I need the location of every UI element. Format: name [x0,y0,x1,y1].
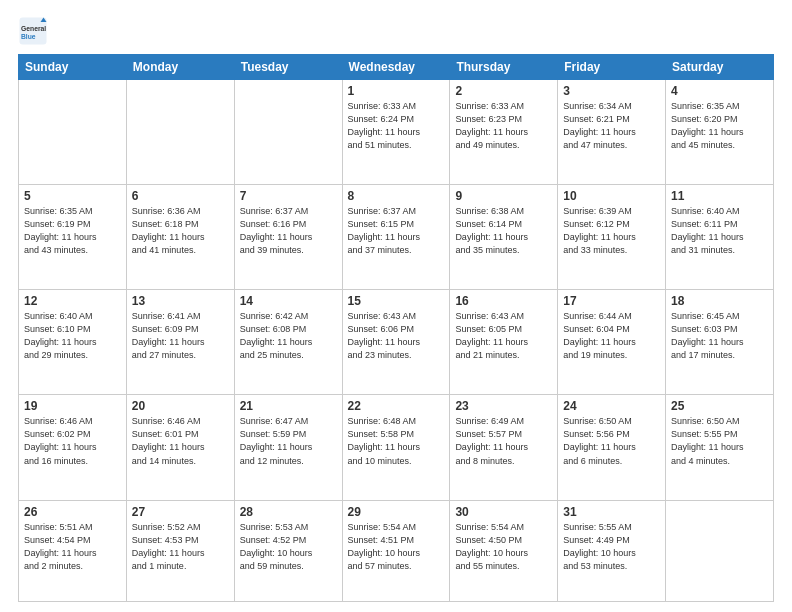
calendar-cell: 15Sunrise: 6:43 AM Sunset: 6:06 PM Dayli… [342,290,450,395]
day-number: 30 [455,505,552,519]
day-number: 22 [348,399,445,413]
day-info: Sunrise: 6:37 AM Sunset: 6:16 PM Dayligh… [240,205,337,257]
day-info: Sunrise: 6:42 AM Sunset: 6:08 PM Dayligh… [240,310,337,362]
day-info: Sunrise: 6:49 AM Sunset: 5:57 PM Dayligh… [455,415,552,467]
day-info: Sunrise: 5:55 AM Sunset: 4:49 PM Dayligh… [563,521,660,573]
calendar-cell: 22Sunrise: 6:48 AM Sunset: 5:58 PM Dayli… [342,395,450,500]
calendar-cell: 20Sunrise: 6:46 AM Sunset: 6:01 PM Dayli… [126,395,234,500]
day-number: 20 [132,399,229,413]
day-number: 10 [563,189,660,203]
day-number: 16 [455,294,552,308]
weekday-header-friday: Friday [558,55,666,80]
header: General Blue [18,16,774,46]
day-number: 2 [455,84,552,98]
calendar-cell: 21Sunrise: 6:47 AM Sunset: 5:59 PM Dayli… [234,395,342,500]
day-info: Sunrise: 6:38 AM Sunset: 6:14 PM Dayligh… [455,205,552,257]
calendar-cell: 1Sunrise: 6:33 AM Sunset: 6:24 PM Daylig… [342,80,450,185]
calendar-cell: 9Sunrise: 6:38 AM Sunset: 6:14 PM Daylig… [450,185,558,290]
calendar-table: SundayMondayTuesdayWednesdayThursdayFrid… [18,54,774,602]
calendar-cell: 24Sunrise: 6:50 AM Sunset: 5:56 PM Dayli… [558,395,666,500]
calendar-week-3: 19Sunrise: 6:46 AM Sunset: 6:02 PM Dayli… [19,395,774,500]
weekday-header-thursday: Thursday [450,55,558,80]
calendar-week-1: 5Sunrise: 6:35 AM Sunset: 6:19 PM Daylig… [19,185,774,290]
day-info: Sunrise: 6:37 AM Sunset: 6:15 PM Dayligh… [348,205,445,257]
day-info: Sunrise: 5:53 AM Sunset: 4:52 PM Dayligh… [240,521,337,573]
day-info: Sunrise: 6:39 AM Sunset: 6:12 PM Dayligh… [563,205,660,257]
calendar-cell: 17Sunrise: 6:44 AM Sunset: 6:04 PM Dayli… [558,290,666,395]
calendar-cell: 10Sunrise: 6:39 AM Sunset: 6:12 PM Dayli… [558,185,666,290]
calendar-week-2: 12Sunrise: 6:40 AM Sunset: 6:10 PM Dayli… [19,290,774,395]
day-number: 1 [348,84,445,98]
day-number: 6 [132,189,229,203]
calendar-cell: 27Sunrise: 5:52 AM Sunset: 4:53 PM Dayli… [126,500,234,602]
logo-icon: General Blue [18,16,48,46]
day-number: 4 [671,84,768,98]
day-number: 13 [132,294,229,308]
day-info: Sunrise: 6:46 AM Sunset: 6:01 PM Dayligh… [132,415,229,467]
day-info: Sunrise: 6:44 AM Sunset: 6:04 PM Dayligh… [563,310,660,362]
weekday-header-tuesday: Tuesday [234,55,342,80]
day-info: Sunrise: 6:45 AM Sunset: 6:03 PM Dayligh… [671,310,768,362]
svg-text:Blue: Blue [21,33,36,40]
calendar-cell: 5Sunrise: 6:35 AM Sunset: 6:19 PM Daylig… [19,185,127,290]
day-number: 21 [240,399,337,413]
weekday-header-row: SundayMondayTuesdayWednesdayThursdayFrid… [19,55,774,80]
calendar-cell: 28Sunrise: 5:53 AM Sunset: 4:52 PM Dayli… [234,500,342,602]
calendar-cell: 3Sunrise: 6:34 AM Sunset: 6:21 PM Daylig… [558,80,666,185]
calendar-cell: 19Sunrise: 6:46 AM Sunset: 6:02 PM Dayli… [19,395,127,500]
calendar-cell [234,80,342,185]
day-number: 5 [24,189,121,203]
calendar-cell: 31Sunrise: 5:55 AM Sunset: 4:49 PM Dayli… [558,500,666,602]
day-number: 18 [671,294,768,308]
calendar-cell: 30Sunrise: 5:54 AM Sunset: 4:50 PM Dayli… [450,500,558,602]
calendar-cell: 26Sunrise: 5:51 AM Sunset: 4:54 PM Dayli… [19,500,127,602]
day-info: Sunrise: 6:40 AM Sunset: 6:10 PM Dayligh… [24,310,121,362]
calendar-cell: 4Sunrise: 6:35 AM Sunset: 6:20 PM Daylig… [666,80,774,185]
day-info: Sunrise: 5:54 AM Sunset: 4:51 PM Dayligh… [348,521,445,573]
calendar-cell: 14Sunrise: 6:42 AM Sunset: 6:08 PM Dayli… [234,290,342,395]
day-info: Sunrise: 6:40 AM Sunset: 6:11 PM Dayligh… [671,205,768,257]
weekday-header-sunday: Sunday [19,55,127,80]
day-number: 24 [563,399,660,413]
page: General Blue SundayMondayTuesdayWednesda… [0,0,792,612]
day-number: 11 [671,189,768,203]
calendar-week-4: 26Sunrise: 5:51 AM Sunset: 4:54 PM Dayli… [19,500,774,602]
day-number: 25 [671,399,768,413]
calendar-cell: 6Sunrise: 6:36 AM Sunset: 6:18 PM Daylig… [126,185,234,290]
day-info: Sunrise: 6:34 AM Sunset: 6:21 PM Dayligh… [563,100,660,152]
calendar-cell: 13Sunrise: 6:41 AM Sunset: 6:09 PM Dayli… [126,290,234,395]
day-number: 19 [24,399,121,413]
day-info: Sunrise: 6:43 AM Sunset: 6:06 PM Dayligh… [348,310,445,362]
calendar-cell: 16Sunrise: 6:43 AM Sunset: 6:05 PM Dayli… [450,290,558,395]
svg-text:General: General [21,25,46,32]
day-number: 3 [563,84,660,98]
calendar-cell: 2Sunrise: 6:33 AM Sunset: 6:23 PM Daylig… [450,80,558,185]
calendar-cell [19,80,127,185]
day-number: 28 [240,505,337,519]
day-info: Sunrise: 6:50 AM Sunset: 5:55 PM Dayligh… [671,415,768,467]
day-number: 31 [563,505,660,519]
day-info: Sunrise: 6:46 AM Sunset: 6:02 PM Dayligh… [24,415,121,467]
day-info: Sunrise: 6:50 AM Sunset: 5:56 PM Dayligh… [563,415,660,467]
calendar-cell: 29Sunrise: 5:54 AM Sunset: 4:51 PM Dayli… [342,500,450,602]
day-number: 29 [348,505,445,519]
day-number: 15 [348,294,445,308]
calendar-cell: 25Sunrise: 6:50 AM Sunset: 5:55 PM Dayli… [666,395,774,500]
calendar-cell: 7Sunrise: 6:37 AM Sunset: 6:16 PM Daylig… [234,185,342,290]
day-number: 7 [240,189,337,203]
calendar-cell: 8Sunrise: 6:37 AM Sunset: 6:15 PM Daylig… [342,185,450,290]
weekday-header-monday: Monday [126,55,234,80]
day-info: Sunrise: 6:35 AM Sunset: 6:19 PM Dayligh… [24,205,121,257]
day-info: Sunrise: 5:54 AM Sunset: 4:50 PM Dayligh… [455,521,552,573]
day-number: 9 [455,189,552,203]
day-info: Sunrise: 6:36 AM Sunset: 6:18 PM Dayligh… [132,205,229,257]
calendar-week-0: 1Sunrise: 6:33 AM Sunset: 6:24 PM Daylig… [19,80,774,185]
weekday-header-saturday: Saturday [666,55,774,80]
calendar-cell [126,80,234,185]
day-info: Sunrise: 5:51 AM Sunset: 4:54 PM Dayligh… [24,521,121,573]
calendar-cell: 12Sunrise: 6:40 AM Sunset: 6:10 PM Dayli… [19,290,127,395]
weekday-header-wednesday: Wednesday [342,55,450,80]
day-info: Sunrise: 6:41 AM Sunset: 6:09 PM Dayligh… [132,310,229,362]
day-number: 8 [348,189,445,203]
calendar-cell: 23Sunrise: 6:49 AM Sunset: 5:57 PM Dayli… [450,395,558,500]
